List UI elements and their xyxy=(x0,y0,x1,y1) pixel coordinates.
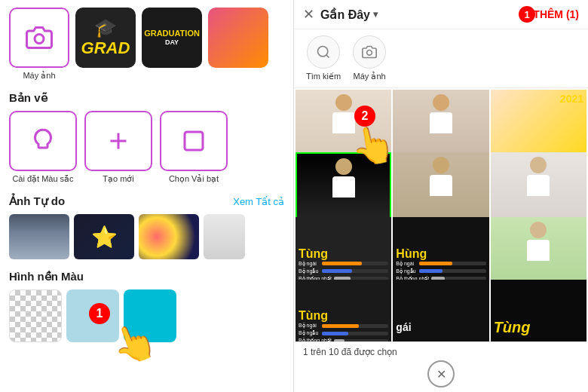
dropdown-arrow-icon: ▾ xyxy=(373,9,378,20)
photo-grid: P 2021 P ▲ xyxy=(294,88,588,341)
year-2021: 2021 xyxy=(560,93,583,105)
banve-canvas-label: Chọn Vải bạt xyxy=(169,174,219,184)
banve-item-canvas[interactable]: Chọn Vải bạt xyxy=(160,111,228,184)
svg-point-0 xyxy=(35,35,44,44)
person-body-5 xyxy=(430,175,452,196)
anhtudo-section-header: Ảnh Tự do Xem Tất cả xyxy=(9,194,284,208)
person-head-6 xyxy=(530,157,547,173)
tung-stats-2: Tùng Bộ ngài Bộ ngẫu Bộ thống nhất xyxy=(296,306,391,341)
grid-cell-11[interactable]: gái xyxy=(393,280,488,342)
banve-color-label: Cài đặt Màu sắc xyxy=(12,174,73,184)
right-header: ✕ Gần Đây ▾ 1 THÊM (1) xyxy=(294,0,588,29)
banve-item-new[interactable]: Tạo mới xyxy=(84,111,152,184)
template-flower-box xyxy=(208,8,268,68)
banve-section-header: Bản vẽ xyxy=(9,91,284,105)
header-title: Gần Đây xyxy=(320,8,370,22)
template-graduation[interactable]: GRADUATION DAY xyxy=(142,8,202,81)
close-button[interactable]: ✕ xyxy=(303,6,314,23)
template-grad[interactable]: 🎓 GRAD xyxy=(75,8,136,81)
search-item[interactable]: Tìm kiếm xyxy=(306,35,341,81)
bottom-bar: 1 trên 10 đã được chọn ✕ xyxy=(294,341,588,392)
template-flower[interactable] xyxy=(208,8,268,81)
delete-button[interactable]: ✕ xyxy=(427,360,455,387)
stat-bars-2: Bộ ngài Bộ ngẫu Bộ thống nhất xyxy=(396,261,485,282)
gai-name: gái xyxy=(396,321,485,333)
badge-1: 1 xyxy=(89,303,110,324)
photos-row: ⭐ xyxy=(9,214,284,259)
svg-point-4 xyxy=(318,47,328,57)
banve-item-color[interactable]: Cài đặt Màu sắc xyxy=(9,111,77,184)
grid-cell-12[interactable]: Tùng xyxy=(491,280,586,342)
banve-new-box xyxy=(84,111,152,171)
search-label: Tìm kiếm xyxy=(306,72,341,81)
person-body-6 xyxy=(527,175,550,196)
stat-bars-3: Bộ ngài Bộ ngẫu Bộ thống nhất xyxy=(299,323,388,341)
template-grad-box: 🎓 GRAD xyxy=(75,8,136,68)
hung-name: Hùng xyxy=(396,247,485,261)
banve-title: Bản vẽ xyxy=(9,91,47,105)
camera-item[interactable]: Máy ảnh xyxy=(353,35,386,81)
svg-rect-3 xyxy=(185,132,203,150)
svg-point-6 xyxy=(367,51,372,56)
grad-text: GRAD xyxy=(81,38,130,58)
search-area: Tìm kiếm Máy ảnh xyxy=(294,29,588,88)
person-body-9 xyxy=(527,240,550,261)
banve-canvas-box xyxy=(160,111,228,171)
gai-stats: gái xyxy=(393,318,488,336)
person-head-1 xyxy=(335,94,352,111)
color-checker[interactable] xyxy=(9,289,62,342)
anhtudo-title: Ảnh Tự do xyxy=(9,194,65,208)
banve-new-label: Tạo mới xyxy=(103,174,134,184)
graduation-text: GRADUATION DAY xyxy=(142,25,202,51)
grad-cap-icon: 🎓 xyxy=(81,17,130,38)
tung-name-3: Tùng xyxy=(494,319,583,336)
banve-color-box xyxy=(9,111,77,171)
stat-bars-1: Bộ ngài Bộ ngẫu Bộ thống nhất xyxy=(299,261,388,282)
person-head-4 xyxy=(335,158,352,175)
template-graduation-box: GRADUATION DAY xyxy=(142,8,202,68)
grid-cell-10[interactable]: Tùng Bộ ngài Bộ ngẫu Bộ thống nhất xyxy=(296,280,391,342)
selected-count: 1 trên 10 đã được chọn xyxy=(303,347,579,357)
header-title-dropdown[interactable]: Gần Đây ▾ xyxy=(320,8,378,22)
badge-3: 1 xyxy=(519,6,535,23)
left-panel: Máy ảnh 🎓 GRAD GRADUATION DAY xyxy=(0,0,294,392)
banve-row: Cài đặt Màu sắc Tạo mới Chọn Vải bạt xyxy=(9,111,284,184)
photo-blur[interactable] xyxy=(139,214,199,259)
tung-name-1: Tùng xyxy=(299,247,388,261)
right-panel: ✕ Gần Đây ▾ 1 THÊM (1) Tìm kiếm xyxy=(294,0,588,392)
tung-name-2: Tùng xyxy=(299,309,388,323)
photo-partial[interactable] xyxy=(204,214,245,259)
person-head-2 xyxy=(433,94,449,111)
photo-sky[interactable] xyxy=(9,214,69,259)
camera-icon-circle xyxy=(353,35,386,69)
camera-label: Máy ảnh xyxy=(354,72,386,81)
hinhnenmau-section-header: Hình nền Màu xyxy=(9,270,284,283)
templates-row: Máy ảnh 🎓 GRAD GRADUATION DAY xyxy=(9,8,284,81)
tung-stats-3: Tùng xyxy=(491,316,586,339)
person-body-1 xyxy=(332,112,355,133)
template-camera[interactable]: Máy ảnh xyxy=(9,8,69,81)
xem-tat-ca-link[interactable]: Xem Tất cả xyxy=(233,196,284,207)
template-camera-box xyxy=(9,8,69,68)
svg-line-5 xyxy=(326,55,329,58)
photo-star[interactable]: ⭐ xyxy=(74,214,134,259)
template-camera-label: Máy ảnh xyxy=(23,71,55,81)
search-icon-circle xyxy=(307,35,340,69)
person-head-9 xyxy=(530,222,547,238)
person-body-4 xyxy=(332,176,355,198)
hinhnenmau-title: Hình nền Màu xyxy=(9,270,84,283)
person-head-5 xyxy=(433,157,449,173)
person-body-2 xyxy=(430,112,452,133)
them-button[interactable]: THÊM (1) xyxy=(533,8,579,20)
